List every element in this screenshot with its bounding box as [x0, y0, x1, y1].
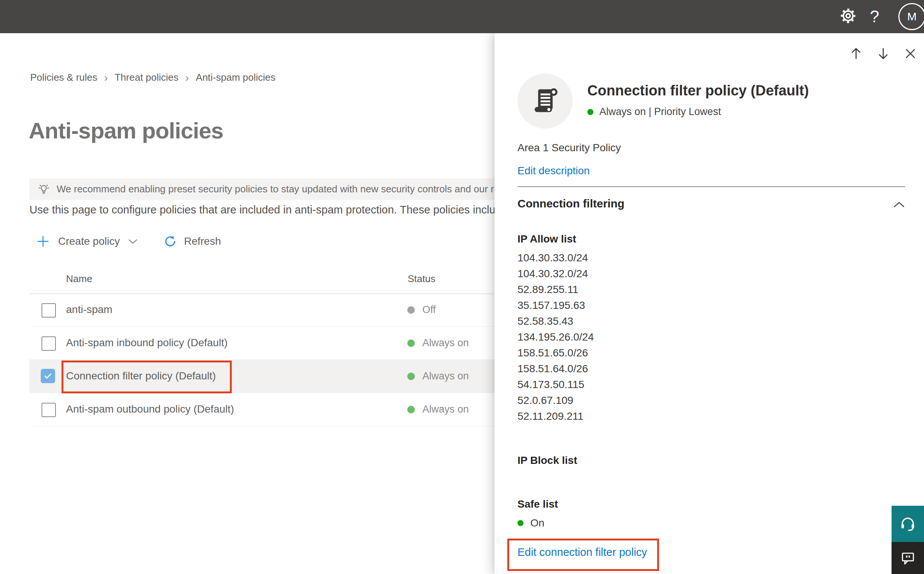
plus-icon	[36, 235, 50, 248]
divider	[517, 186, 905, 187]
row-checkbox[interactable]	[41, 336, 56, 351]
policy-name[interactable]: anti-spam	[66, 304, 112, 316]
ip-allow-list: 104.30.33.0/24 104.30.32.0/24 52.89.255.…	[517, 250, 594, 424]
close-icon	[903, 47, 917, 60]
safe-list-status-text: On	[530, 517, 544, 529]
status-label: Off	[422, 304, 436, 316]
column-header-status[interactable]: Status	[408, 273, 435, 285]
scroll-icon	[528, 85, 562, 118]
ip-entry: 52.89.255.11	[517, 282, 594, 298]
close-flyout-button[interactable]	[897, 46, 924, 61]
account-button[interactable]: M	[888, 0, 924, 33]
flyout-status-line: Always on | Priority Lowest	[587, 106, 721, 118]
banner-text: We recommend enabling preset security po…	[57, 183, 532, 195]
status-dot-on	[407, 373, 415, 380]
policy-icon-circle	[517, 74, 573, 129]
refresh-label: Refresh	[184, 235, 221, 248]
safe-list-label: Safe list	[517, 498, 558, 510]
feedback-button[interactable]	[892, 542, 924, 574]
column-header-name[interactable]: Name	[66, 273, 92, 285]
ip-entry: 54.173.50.115	[517, 377, 594, 393]
headset-icon	[899, 515, 917, 533]
ip-entry: 35.157.195.63	[517, 298, 594, 314]
top-app-bar: ? M	[0, 0, 924, 33]
ip-entry: 134.195.26.0/24	[517, 329, 594, 345]
avatar: M	[898, 3, 924, 30]
arrow-down-icon	[876, 46, 891, 61]
screen: ? M Policies & rules › Threat policies ›…	[0, 0, 924, 574]
status-label: Always on	[422, 404, 469, 415]
next-item-button[interactable]	[870, 46, 897, 61]
ip-entry: 158.51.64.0/26	[517, 361, 594, 377]
page-title: Anti-spam policies	[29, 118, 223, 144]
ip-entry: 104.30.32.0/24	[517, 266, 594, 282]
gear-icon	[839, 7, 857, 26]
flyout-title: Connection filter policy (Default)	[587, 83, 912, 99]
ip-entry: 52.0.67.109	[517, 393, 594, 408]
settings-gear-button[interactable]	[835, 0, 861, 33]
refresh-button[interactable]: Refresh	[163, 235, 221, 248]
status-label: Always on	[422, 337, 469, 349]
ip-entry: 52.11.209.211	[517, 408, 594, 424]
refresh-icon	[163, 235, 177, 248]
section-title: Connection filtering	[517, 197, 624, 210]
flyout-status-text: Always on | Priority Lowest	[600, 106, 721, 118]
status-label: Always on	[422, 371, 469, 382]
arrow-up-icon	[848, 46, 864, 61]
status-dot-off	[407, 306, 415, 314]
checkmark-icon	[43, 371, 53, 381]
breadcrumb-anti-spam-policies[interactable]: Anti-spam policies	[196, 72, 275, 84]
help-icon: ?	[870, 8, 879, 25]
chevron-up-icon[interactable]	[893, 201, 905, 210]
chevron-right-icon: ›	[185, 72, 189, 84]
policy-name[interactable]: Connection filter policy (Default)	[66, 370, 216, 382]
safe-list-status: On	[517, 517, 544, 529]
chevron-down-icon	[128, 238, 138, 244]
row-checkbox-checked[interactable]	[41, 369, 55, 383]
support-button[interactable]	[892, 506, 924, 542]
ip-entry: 158.51.65.0/26	[517, 345, 594, 361]
edit-connection-filter-policy-link[interactable]: Edit connection filter policy	[517, 546, 647, 558]
create-policy-button[interactable]: Create policy	[36, 235, 138, 248]
lightbulb-icon	[37, 183, 51, 196]
ip-block-list-label: IP Block list	[517, 454, 577, 467]
status-dot-on	[587, 109, 593, 115]
previous-item-button[interactable]	[842, 46, 870, 61]
policy-name[interactable]: Anti-spam outbound policy (Default)	[66, 403, 234, 415]
status-dot-on	[407, 406, 415, 413]
breadcrumb-threat-policies[interactable]: Threat policies	[115, 72, 179, 84]
ip-allow-list-label: IP Allow list	[517, 233, 576, 245]
help-button[interactable]: ?	[861, 0, 888, 33]
policy-name[interactable]: Anti-spam inbound policy (Default)	[66, 337, 228, 349]
breadcrumb: Policies & rules › Threat policies › Ant…	[30, 72, 275, 84]
row-checkbox[interactable]	[41, 403, 56, 417]
chevron-right-icon: ›	[104, 72, 108, 84]
create-policy-label: Create policy	[58, 235, 120, 248]
row-checkbox[interactable]	[41, 303, 56, 317]
connection-filtering-section-header[interactable]: Connection filtering	[517, 197, 905, 214]
status-dot-on	[517, 520, 524, 526]
command-bar: Create policy Refresh	[36, 232, 221, 251]
edit-description-link[interactable]: Edit description	[517, 165, 590, 177]
policy-details-flyout: Connection filter policy (Default) Alway…	[494, 33, 924, 574]
breadcrumb-policies-rules[interactable]: Policies & rules	[30, 72, 97, 84]
status-dot-on	[407, 339, 415, 347]
ip-entry: 52.58.35.43	[517, 314, 594, 329]
policy-description: Area 1 Security Policy	[517, 142, 621, 154]
feedback-bubble-icon	[900, 550, 916, 566]
ip-entry: 104.30.33.0/24	[517, 250, 594, 266]
